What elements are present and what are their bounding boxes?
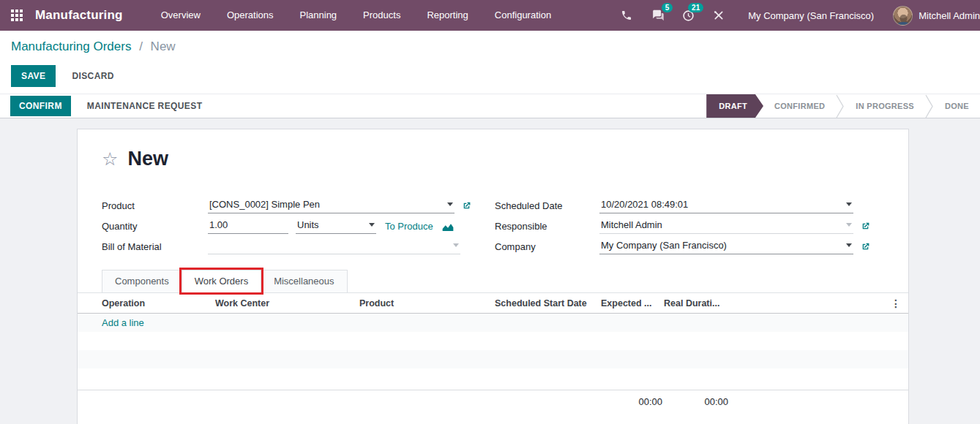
scheduled-date-input[interactable]: 10/20/2021 08:49:01 xyxy=(599,197,853,213)
responsible-external-link-icon[interactable] xyxy=(861,222,870,231)
breadcrumb-separator: / xyxy=(139,39,143,53)
maintenance-request-button[interactable]: MAINTENANCE REQUEST xyxy=(83,95,207,117)
chevron-right-icon xyxy=(836,94,845,118)
optional-columns-icon[interactable]: ⋮ xyxy=(883,298,908,308)
responsible-label: Responsible xyxy=(495,221,599,232)
menu-products[interactable]: Products xyxy=(350,0,414,31)
chevron-right-icon xyxy=(925,94,934,118)
user-avatar[interactable] xyxy=(893,6,913,26)
chevron-down-icon[interactable] xyxy=(846,202,852,206)
product-input[interactable]: [CONS_0002] Simple Pen xyxy=(208,197,455,213)
status-bar: CONFIRM MAINTENANCE REQUEST DRAFT CONFIR… xyxy=(0,94,980,118)
stage-pipeline: DRAFT CONFIRMED IN PROGRESS DONE xyxy=(706,94,980,118)
field-scheduled-date: Scheduled Date 10/20/2021 08:49:01 xyxy=(495,195,875,216)
tab-work-orders[interactable]: Work Orders xyxy=(182,270,261,292)
confirm-button[interactable]: CONFIRM xyxy=(10,96,71,116)
field-responsible: Responsible Mitchell Admin xyxy=(495,216,875,236)
menu-overview[interactable]: Overview xyxy=(148,0,214,31)
title-row: ☆ New xyxy=(102,145,908,172)
bill-of-material-label: Bill of Material xyxy=(102,241,208,252)
stage-done[interactable]: DONE xyxy=(934,94,980,118)
tab-miscellaneous[interactable]: Miscellaneous xyxy=(261,270,347,292)
menu-planning[interactable]: Planning xyxy=(287,0,351,31)
apps-grid-icon[interactable] xyxy=(11,10,23,21)
forecast-chart-icon[interactable] xyxy=(442,221,454,231)
chevron-down-icon[interactable] xyxy=(369,223,375,227)
col-work-center: Work Center xyxy=(215,298,359,308)
company-switcher[interactable]: My Company (San Francisco) xyxy=(748,10,874,21)
messages-badge: 5 xyxy=(662,3,673,12)
to-produce-link[interactable]: To Produce xyxy=(385,221,433,232)
company-label: Company xyxy=(495,241,599,252)
save-button[interactable]: SAVE xyxy=(11,65,56,87)
quantity-label: Quantity xyxy=(102,221,208,232)
field-quantity: Quantity 1.00 Units To Produce xyxy=(102,216,471,236)
stage-confirmed[interactable]: CONFIRMED xyxy=(763,94,836,118)
form-sheet: ☆ New Product [CONS_0002] Simple Pen Qua… xyxy=(77,129,909,424)
breadcrumb-current: New xyxy=(151,39,176,53)
chevron-down-icon[interactable] xyxy=(846,223,852,227)
messages-icon[interactable]: 5 xyxy=(650,8,665,23)
col-product: Product xyxy=(359,298,495,308)
company-external-link-icon[interactable] xyxy=(861,242,870,251)
chevron-down-icon[interactable] xyxy=(447,202,453,206)
menu-operations[interactable]: Operations xyxy=(214,0,287,31)
record-buttons: SAVE DISCARD xyxy=(11,65,119,87)
app-title[interactable]: Manufacturing xyxy=(35,8,123,23)
field-bill-of-material: Bill of Material xyxy=(102,236,471,257)
top-navbar: Manufacturing Overview Operations Planni… xyxy=(0,0,980,31)
form-fields: Product [CONS_0002] Simple Pen Quantity … xyxy=(102,195,884,257)
uom-select[interactable]: Units xyxy=(296,218,376,234)
col-real-duration: Real Durati... xyxy=(664,298,733,308)
company-input[interactable]: My Company (San Francisco) xyxy=(599,238,853,254)
menu-configuration[interactable]: Configuration xyxy=(482,0,564,31)
menu-reporting[interactable]: Reporting xyxy=(414,0,481,31)
expected-duration-total: 00:00 xyxy=(601,396,664,407)
tools-icon[interactable] xyxy=(711,8,726,23)
tab-components[interactable]: Components xyxy=(102,270,182,292)
col-expected-duration: Expected ... xyxy=(601,298,664,308)
product-label: Product xyxy=(102,200,208,211)
chevron-down-icon[interactable] xyxy=(453,243,459,247)
page-title: New xyxy=(127,149,168,169)
stage-in-progress[interactable]: IN PROGRESS xyxy=(845,94,925,118)
form-view-background: ☆ New Product [CONS_0002] Simple Pen Qua… xyxy=(0,118,980,424)
responsible-input[interactable]: Mitchell Admin xyxy=(599,218,853,234)
control-panel: Manufacturing Orders / New SAVE DISCARD xyxy=(0,31,980,94)
field-product: Product [CONS_0002] Simple Pen xyxy=(102,195,471,216)
product-external-link-icon[interactable] xyxy=(462,201,471,211)
favorite-star-icon[interactable]: ☆ xyxy=(102,150,118,168)
systray: 5 21 My Company (San Francisco) Mitchell… xyxy=(619,6,980,26)
empty-row xyxy=(78,332,908,350)
scheduled-date-label: Scheduled Date xyxy=(495,200,599,211)
col-operation: Operation xyxy=(102,298,215,308)
real-duration-total: 00:00 xyxy=(664,396,733,407)
user-menu[interactable]: Mitchell Admin xyxy=(919,10,980,21)
notebook-tabs: Components Work Orders Miscellaneous xyxy=(78,270,908,293)
stage-draft[interactable]: DRAFT xyxy=(706,94,763,118)
field-company: Company My Company (San Francisco) xyxy=(495,236,875,257)
work-orders-table-header: Operation Work Center Product Scheduled … xyxy=(78,293,908,314)
chevron-down-icon[interactable] xyxy=(846,243,852,247)
duration-totals-row: 00:00 00:00 xyxy=(78,390,908,413)
empty-row xyxy=(78,368,908,387)
phone-icon[interactable] xyxy=(619,8,634,23)
main-menu: Overview Operations Planning Products Re… xyxy=(148,0,564,31)
breadcrumb-parent[interactable]: Manufacturing Orders xyxy=(11,39,131,53)
activities-icon[interactable]: 21 xyxy=(681,8,695,23)
quantity-input[interactable]: 1.00 xyxy=(208,218,288,234)
add-a-line-link[interactable]: Add a line xyxy=(102,317,144,328)
add-line-row: Add a line xyxy=(78,314,908,332)
empty-row xyxy=(78,350,908,368)
discard-button[interactable]: DISCARD xyxy=(67,65,118,87)
bill-of-material-input[interactable] xyxy=(208,238,460,254)
activities-badge: 21 xyxy=(688,3,703,12)
col-scheduled-start-date: Scheduled Start Date xyxy=(495,298,601,308)
breadcrumb: Manufacturing Orders / New xyxy=(11,39,176,54)
